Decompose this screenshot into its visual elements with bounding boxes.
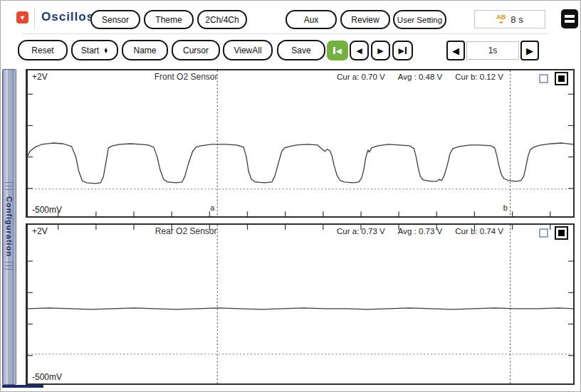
- front-vmax-label: +2V: [32, 72, 48, 82]
- skip-to-start-button[interactable]: ◀: [327, 41, 348, 60]
- skip-end-bar-icon: [405, 47, 407, 54]
- waveform-trace: [28, 308, 573, 309]
- timebase-increase-button[interactable]: ▶: [520, 41, 539, 60]
- channel-mode-button[interactable]: 2Ch/4Ch: [197, 10, 247, 29]
- timebase-decrease-button[interactable]: ◀: [446, 41, 465, 60]
- skip-to-end-button[interactable]: ▶: [392, 41, 413, 60]
- ab-time-value: 8 s: [511, 14, 523, 25]
- theme-button[interactable]: Theme: [144, 10, 194, 29]
- ab-time-display: AB ◂▸ 8 s: [474, 10, 545, 28]
- ab-icon-arrows: ◂▸: [499, 20, 503, 24]
- front-toggle-checkbox-b[interactable]: [555, 72, 568, 85]
- title-divider: [34, 8, 35, 29]
- cursor-button[interactable]: Cursor: [172, 40, 220, 60]
- user-setting-button[interactable]: User Setting: [393, 10, 446, 29]
- oscilloscope-window: ▼ Oscilloscope Sensor Theme 2Ch/4Ch Aux …: [0, 0, 581, 392]
- aux-button[interactable]: Aux: [286, 10, 337, 29]
- rear-cursor-a-value: Cur a: 0.73 V: [337, 227, 385, 235]
- grip-lines-icon: [5, 262, 14, 272]
- rear-measurements: Cur a: 0.73 V Avg : 0.73 V Cur b: 0.74 V: [337, 227, 503, 235]
- skip-start-triangle-icon: ◀: [336, 47, 342, 55]
- name-button[interactable]: Name: [122, 40, 168, 60]
- step-forward-button[interactable]: ▶: [371, 41, 390, 60]
- step-forward-icon: ▶: [377, 46, 383, 55]
- front-cursor-a-value: Cur a: 0.70 V: [337, 73, 385, 81]
- timebase-left-icon: ◀: [452, 46, 459, 56]
- menu-icon[interactable]: [561, 9, 578, 28]
- rear-vmin-label: -500mV: [32, 372, 62, 382]
- ab-cursors-icon: AB ◂▸: [496, 14, 506, 24]
- review-button[interactable]: Review: [340, 10, 390, 29]
- grip-lines-icon: [5, 182, 14, 192]
- front-o2-waveform-plot[interactable]: ab: [28, 70, 573, 216]
- filter-triangle-glyph: ▼: [19, 14, 26, 21]
- front-vmin-label: -500mV: [32, 205, 62, 215]
- app-filter-icon[interactable]: ▼: [16, 11, 28, 23]
- front-display-toggles: [539, 72, 568, 85]
- rear-avg-value: Avg : 0.73 V: [398, 227, 442, 235]
- rear-vmax-label: +2V: [32, 226, 48, 236]
- configuration-footer-bar: [2, 385, 43, 388]
- front-cursor-b-value: Cur b: 0.12 V: [455, 73, 503, 81]
- rear-toggle-checkbox-b[interactable]: [555, 226, 568, 240]
- rear-o2-waveform-plot[interactable]: [28, 225, 573, 383]
- step-back-icon: ◀: [356, 46, 362, 55]
- front-measurements: Cur a: 0.70 V Avg : 0.48 V Cur b: 0.12 V: [337, 73, 503, 81]
- sidebar-tab-configuration[interactable]: Configuration: [2, 69, 16, 385]
- save-button[interactable]: Save: [277, 40, 325, 60]
- scope-panel-front-o2: ab +2V Front O2 Sensor Cur a: 0.70 V Avg…: [26, 69, 575, 218]
- viewall-button[interactable]: ViewAll: [223, 40, 273, 60]
- step-back-button[interactable]: ◀: [350, 41, 369, 60]
- reset-button[interactable]: Reset: [18, 40, 68, 60]
- cursor-b-label: b: [503, 203, 508, 212]
- skip-end-triangle-icon: ▶: [399, 46, 404, 55]
- cursor-a-label: a: [210, 203, 215, 212]
- timebase-right-icon: ▶: [526, 46, 533, 56]
- configuration-tab-label: Configuration: [5, 196, 14, 257]
- rear-cursor-b-value: Cur b: 0.74 V: [455, 227, 503, 235]
- scope-panel-rear-o2: +2V Rear O2 Sensor Cur a: 0.73 V Avg : 0…: [26, 223, 575, 385]
- front-panel-title: Front O2 Sensor: [155, 72, 218, 82]
- rear-toggle-checkbox-a[interactable]: [539, 228, 548, 238]
- rear-display-toggles: [539, 226, 568, 240]
- front-avg-value: Avg : 0.48 V: [398, 73, 442, 81]
- toolbar-divider: [22, 33, 548, 34]
- rear-panel-title: Rear O2 Sensor: [155, 226, 217, 236]
- start-spinner-icon[interactable]: ▲ ▼: [103, 48, 108, 53]
- waveform-trace: [28, 143, 573, 184]
- sensor-button[interactable]: Sensor: [90, 10, 140, 29]
- start-button[interactable]: Start ▲ ▼: [71, 40, 118, 60]
- skip-start-bar-icon: [333, 47, 335, 54]
- start-button-label: Start: [81, 46, 99, 55]
- timebase-value-field[interactable]: 1s: [466, 41, 519, 60]
- front-toggle-checkbox-a[interactable]: [539, 74, 548, 83]
